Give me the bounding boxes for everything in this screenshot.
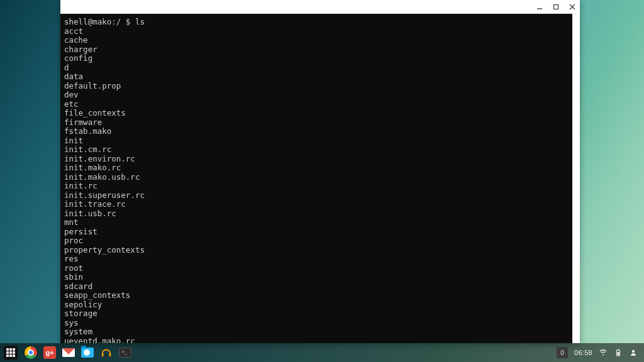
terminal-output-line: init	[64, 136, 569, 146]
close-icon[interactable]	[569, 3, 576, 11]
terminal-output-line: firmware	[64, 118, 569, 128]
svg-point-6	[602, 354, 604, 356]
gmail-app[interactable]	[62, 346, 75, 359]
terminal-output-line: mnt	[64, 218, 569, 228]
terminal-output-line: file_contexts	[64, 109, 569, 118]
terminal-output-line: fstab.mako	[64, 127, 569, 136]
terminal-output-line: ueventd.mako.rc	[64, 337, 569, 344]
terminal-prompt: shell@mako:/ $	[64, 17, 135, 26]
avatar-icon	[629, 348, 638, 357]
terminal-output-line: init.mako.rc	[64, 163, 569, 173]
svg-point-10	[632, 350, 635, 353]
terminal-window: shell@mako:/ $ lsacctcachechargerconfigd…	[60, 0, 580, 343]
files-icon	[81, 348, 94, 358]
google-plus-app[interactable]: g+	[43, 346, 57, 359]
chrome-icon	[25, 346, 37, 359]
shelf-apps: g+ >_	[24, 346, 132, 359]
battery-icon	[614, 348, 623, 357]
status-tray[interactable]: 0 06:58	[557, 347, 640, 358]
terminal-command: ls	[135, 17, 145, 26]
terminal-output-line: root	[64, 264, 569, 273]
music-app[interactable]	[99, 346, 113, 359]
svg-rect-4	[102, 353, 104, 356]
terminal-output-line: system	[64, 327, 569, 337]
chrome-app[interactable]	[24, 346, 38, 359]
terminal-output-line: property_contexts	[64, 246, 569, 255]
terminal-output-line: dev	[64, 90, 569, 100]
files-app[interactable]	[80, 346, 94, 359]
terminal-output-line: etc	[64, 100, 569, 109]
minimize-icon[interactable]	[536, 3, 543, 11]
shelf: g+ >_ 0 06:58	[0, 343, 644, 362]
maximize-icon[interactable]	[552, 3, 560, 11]
terminal-output-line: proc	[64, 236, 569, 246]
terminal-output-line: acct	[64, 27, 569, 36]
headphones-icon	[101, 348, 112, 358]
terminal-output-line: d	[64, 63, 569, 73]
terminal-output-line: res	[64, 255, 569, 264]
terminal-output-line: sbin	[64, 273, 569, 282]
terminal-prompt-line: shell@mako:/ $ ls	[64, 18, 569, 27]
clock: 06:58	[574, 349, 592, 356]
svg-rect-5	[109, 353, 111, 356]
terminal-output-line: init.mako.usb.rc	[64, 173, 569, 182]
terminal-output-line: cache	[64, 36, 569, 45]
terminal-output-line: sdcard	[64, 282, 569, 292]
terminal-output-line: init.cm.rc	[64, 145, 569, 155]
google-plus-icon: g+	[43, 346, 56, 359]
terminal-app[interactable]: >_	[118, 346, 132, 359]
svg-rect-8	[618, 349, 619, 351]
terminal-output-line: persist	[64, 228, 569, 237]
terminal-output-line: init.environ.rc	[64, 155, 569, 164]
svg-rect-9	[618, 352, 619, 355]
wifi-icon	[599, 348, 608, 357]
launcher-button[interactable]	[4, 346, 18, 359]
desktop-wallpaper: shell@mako:/ $ lsacctcachechargerconfigd…	[0, 0, 644, 343]
terminal-output-line: sys	[64, 319, 569, 328]
terminal-output-line: charger	[64, 45, 569, 55]
terminal-output-line: data	[64, 72, 569, 82]
terminal-output-line: config	[64, 54, 569, 63]
terminal-output-line: default.prop	[64, 82, 569, 91]
window-titlebar	[60, 0, 580, 14]
terminal-output-line: storage	[64, 309, 569, 319]
terminal-icon: >_	[119, 348, 131, 358]
gmail-icon	[62, 348, 75, 357]
terminal-output-line: sepolicy	[64, 300, 569, 310]
terminal-output[interactable]: shell@mako:/ $ lsacctcachechargerconfigd…	[60, 14, 580, 343]
terminal-output-line: init.rc	[64, 182, 569, 191]
notification-badge[interactable]: 0	[557, 347, 568, 358]
svg-rect-1	[554, 4, 558, 9]
terminal-output-line: init.usb.rc	[64, 209, 569, 219]
terminal-output-line: init.superuser.rc	[64, 191, 569, 200]
terminal-output-line: init.trace.rc	[64, 200, 569, 209]
terminal-output-line: seapp_contexts	[64, 291, 569, 300]
apps-grid-icon	[6, 348, 15, 357]
